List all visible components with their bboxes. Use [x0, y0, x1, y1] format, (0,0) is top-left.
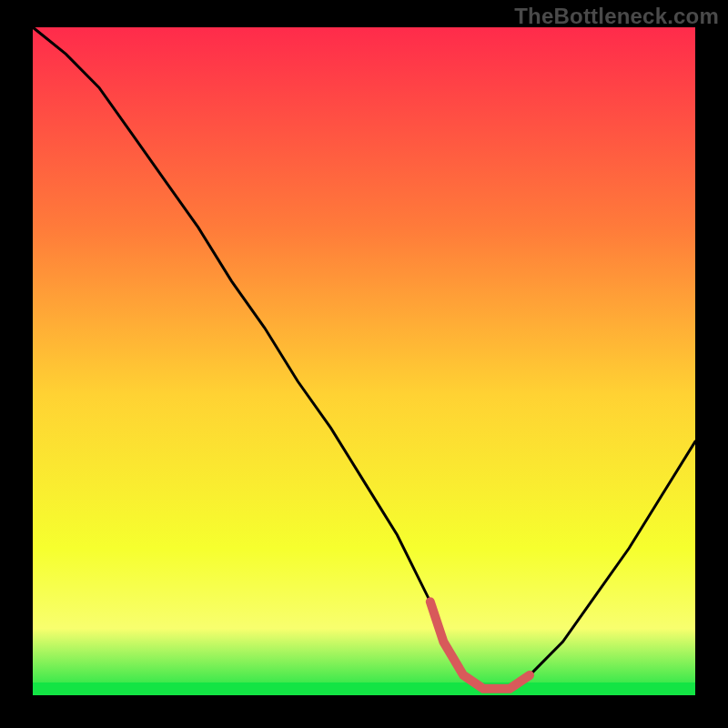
attribution-text: TheBottleneck.com [514, 4, 719, 29]
chart-frame: TheBottleneck.com [0, 0, 728, 728]
bottleneck-chart [0, 0, 728, 728]
green-band [33, 682, 695, 695]
